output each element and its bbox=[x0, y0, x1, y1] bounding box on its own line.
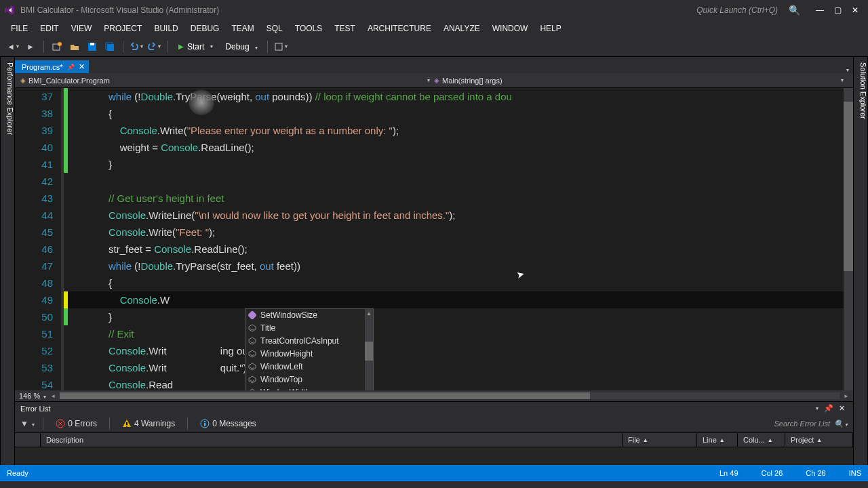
panel-close-button[interactable]: ✕ bbox=[836, 404, 848, 413]
menu-help[interactable]: HELP bbox=[534, 22, 566, 35]
start-debug-button[interactable]: ▶Start▾ bbox=[173, 41, 218, 53]
panel-pin-button[interactable]: 📌 bbox=[821, 404, 836, 413]
code-line[interactable]: Console.Read bbox=[68, 376, 844, 390]
status-col: Col 26 bbox=[762, 469, 783, 477]
error-col-description[interactable]: Description bbox=[41, 433, 623, 447]
search-icon[interactable]: 🔍 bbox=[789, 5, 800, 16]
minimize-button[interactable]: — bbox=[811, 5, 829, 15]
errors-filter-chip[interactable]: 0 Errors bbox=[52, 418, 101, 430]
menu-build[interactable]: BUILD bbox=[149, 22, 183, 35]
code-line[interactable]: Console.Writ quit."); bbox=[68, 359, 844, 376]
menu-team[interactable]: TEAM bbox=[226, 22, 259, 35]
error-col-colu...[interactable]: Colu...▲ bbox=[738, 433, 785, 447]
error-col-file[interactable]: File▲ bbox=[623, 433, 697, 447]
code-body[interactable]: ➤ while (!Double.TryParse(weight, out po… bbox=[68, 88, 844, 390]
intellisense-item[interactable]: SetWindowSize bbox=[245, 309, 373, 322]
hscroll-left-button[interactable]: ◄ bbox=[50, 393, 56, 399]
intellisense-item[interactable]: WindowLeft bbox=[245, 361, 373, 373]
open-button[interactable] bbox=[67, 39, 82, 54]
property-icon bbox=[248, 324, 256, 332]
code-line[interactable]: Console.Writ ing our program. Please "); bbox=[68, 342, 844, 359]
menu-tools[interactable]: TOOLS bbox=[290, 22, 328, 35]
code-line[interactable]: { bbox=[68, 105, 844, 122]
performance-explorer-tab[interactable]: Performance Explorer bbox=[0, 57, 15, 465]
menu-analyze[interactable]: ANALYZE bbox=[438, 22, 486, 35]
panel-dropdown-button[interactable]: ▾ bbox=[813, 405, 821, 411]
intellisense-item[interactable]: TreatControlCAsInput bbox=[245, 335, 373, 348]
save-all-button[interactable] bbox=[102, 39, 117, 54]
error-list-search-input[interactable]: Search Error List 🔍▾ bbox=[726, 420, 848, 428]
intellisense-item[interactable]: WindowHeight bbox=[245, 348, 373, 361]
document-tab-strip: Program.cs* 📌 ✕ ▾ bbox=[15, 57, 853, 73]
code-line[interactable]: } bbox=[68, 308, 844, 325]
nav-fwd-button[interactable]: ► bbox=[23, 39, 38, 54]
code-line[interactable]: // Exit bbox=[68, 325, 844, 342]
code-editor[interactable]: 373839404142434445464748495051525354 ➤ w… bbox=[15, 88, 853, 390]
statusbar: Ready Ln 49 Col 26 Ch 26 INS bbox=[0, 465, 868, 481]
file-tab-close-button[interactable]: ✕ bbox=[79, 62, 85, 71]
intellisense-scrollbar[interactable]: ▲ ▼ bbox=[365, 309, 373, 390]
menu-architecture[interactable]: ARCHITECTURE bbox=[362, 22, 437, 35]
tab-overflow-button[interactable]: ▾ bbox=[846, 67, 849, 73]
svg-rect-14 bbox=[204, 423, 205, 426]
menu-project[interactable]: PROJECT bbox=[98, 22, 147, 35]
code-line[interactable]: } bbox=[68, 156, 844, 173]
redo-button[interactable]: ▾ bbox=[146, 39, 161, 54]
code-line[interactable]: Console.W bbox=[68, 291, 844, 308]
code-line[interactable]: while (!Double.TryParse(weight, out poun… bbox=[68, 88, 844, 105]
error-list-panel: Error List ▾ 📌 ✕ ▼ ▾ 0 Errors 4 Warnings bbox=[15, 401, 853, 465]
hscroll-right-button[interactable]: ► bbox=[844, 393, 849, 399]
new-project-button[interactable] bbox=[50, 39, 64, 54]
config-selector[interactable]: Debug▾ bbox=[221, 41, 261, 53]
code-line[interactable]: // Get user's height in feet bbox=[68, 190, 844, 207]
intellisense-popup[interactable]: SetWindowSizeTitleTreatControlCAsInputWi… bbox=[245, 308, 374, 390]
svg-rect-3 bbox=[90, 43, 94, 45]
svg-rect-12 bbox=[126, 426, 127, 427]
save-button[interactable] bbox=[85, 39, 100, 54]
close-button[interactable]: ✕ bbox=[846, 5, 864, 15]
error-col-project[interactable]: Project▲ bbox=[785, 433, 853, 447]
code-line[interactable]: Console.Write("Please enter your weight … bbox=[68, 122, 844, 139]
code-line[interactable]: Console.WriteLine("\nI would now like to… bbox=[68, 207, 844, 224]
solution-explorer-tab[interactable]: Solution Explorer bbox=[853, 57, 868, 465]
code-line[interactable]: while (!Double.TryParse(str_feet, out fe… bbox=[68, 258, 844, 274]
error-col-line[interactable]: Line▲ bbox=[697, 433, 738, 447]
nav-class-selector[interactable]: ◈ BMI_Calculator.Program ▾ bbox=[20, 77, 434, 85]
error-list-header-row: DescriptionFile▲Line▲Colu...▲Project▲ bbox=[15, 432, 853, 447]
warnings-filter-chip[interactable]: 4 Warnings bbox=[118, 418, 179, 430]
error-icon bbox=[56, 419, 65, 428]
menu-edit[interactable]: EDIT bbox=[35, 22, 64, 35]
code-line[interactable]: { bbox=[68, 274, 844, 291]
svg-rect-15 bbox=[204, 421, 205, 422]
editor-vertical-scrollbar[interactable] bbox=[844, 88, 853, 390]
menu-window[interactable]: WINDOW bbox=[487, 22, 534, 35]
menu-sql[interactable]: SQL bbox=[261, 22, 288, 35]
class-icon: ◈ bbox=[20, 77, 26, 84]
code-line[interactable]: str_feet = Console.ReadLine(); bbox=[68, 241, 844, 258]
status-ch: Ch 26 bbox=[806, 469, 825, 477]
tool-extra-button[interactable]: ▾ bbox=[273, 39, 288, 54]
intellisense-item[interactable]: WindowTop bbox=[245, 373, 373, 386]
nav-back-button[interactable]: ◄▾ bbox=[5, 39, 20, 54]
quick-launch-input[interactable]: Quick Launch (Ctrl+Q) bbox=[696, 5, 778, 15]
error-list-body[interactable] bbox=[15, 447, 853, 465]
menu-file[interactable]: FILE bbox=[5, 22, 33, 35]
code-line[interactable]: Console.Write("Feet: "); bbox=[68, 224, 844, 241]
zoom-selector[interactable]: 146 % ▾ bbox=[19, 392, 46, 400]
file-tab-pin-icon[interactable]: 📌 bbox=[67, 64, 75, 70]
menu-test[interactable]: TEST bbox=[329, 22, 361, 35]
nav-method-selector[interactable]: ◈ Main(string[] args) ▾ bbox=[434, 77, 848, 85]
maximize-button[interactable]: ▢ bbox=[829, 5, 846, 15]
code-line[interactable] bbox=[68, 173, 844, 190]
file-tab-program[interactable]: Program.cs* 📌 ✕ bbox=[15, 60, 89, 73]
undo-button[interactable]: ▾ bbox=[129, 39, 144, 54]
error-col-icon[interactable] bbox=[15, 433, 41, 447]
menu-view[interactable]: VIEW bbox=[66, 22, 98, 35]
code-line[interactable]: weight = Console.ReadLine(); bbox=[68, 139, 844, 156]
intellisense-item[interactable]: Title bbox=[245, 322, 373, 335]
filter-dropdown-button[interactable]: ▼ ▾ bbox=[20, 419, 35, 428]
messages-filter-chip[interactable]: 0 Messages bbox=[196, 418, 260, 430]
editor-horizontal-scrollbar[interactable] bbox=[60, 392, 840, 399]
menu-debug[interactable]: DEBUG bbox=[185, 22, 225, 35]
intellisense-item[interactable]: WindowWidth bbox=[245, 386, 373, 390]
